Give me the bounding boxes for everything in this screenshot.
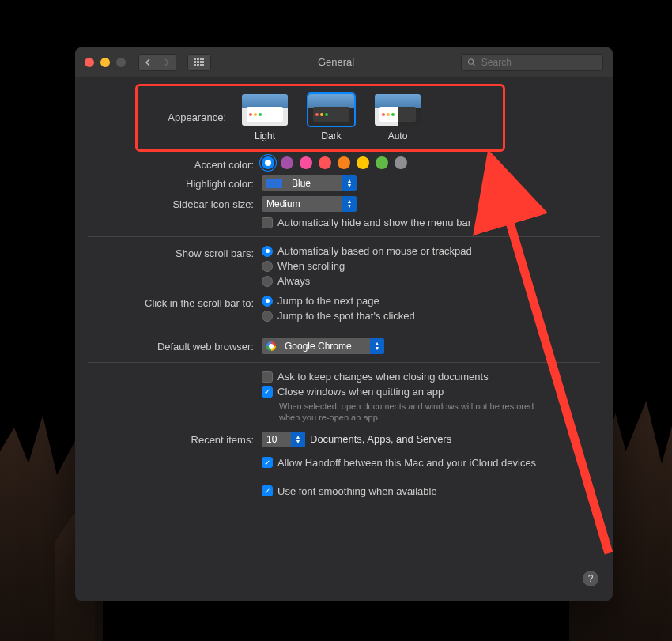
checkbox-icon: ✓ [262, 457, 273, 468]
sidebar-size-dropdown[interactable]: Medium ▲▼ [262, 196, 357, 212]
scrollbars-label: Show scroll bars: [88, 245, 262, 259]
sidebar-size-value: Medium [266, 198, 300, 209]
accent-color-swatch[interactable] [262, 156, 274, 169]
radio-icon [262, 296, 273, 307]
show-all-button[interactable] [187, 54, 211, 71]
scrollbars-option-label: When scrolling [277, 260, 345, 272]
recent-items-value: 10 [266, 434, 277, 445]
appearance-highlight-annotation: Appearance: Light Dark Auto [135, 84, 505, 152]
search-input[interactable] [480, 56, 597, 69]
menubar-autohide-label: Automatically hide and show the menu bar [277, 217, 471, 228]
scrollbars-option-label: Always [277, 275, 310, 287]
appearance-option-light[interactable]: Light [240, 92, 289, 141]
radio-icon [262, 246, 273, 257]
scrollbars-option[interactable]: Automatically based on mouse or trackpad [262, 245, 600, 257]
scrollclick-option[interactable]: Jump to the next page [262, 295, 600, 307]
content-pane: Appearance: Light Dark Auto Accent color… [75, 77, 613, 601]
accent-color-swatch[interactable] [319, 156, 331, 169]
traffic-lights [85, 58, 126, 67]
checkbox-icon: ✓ [262, 386, 273, 398]
checkbox-icon: ✓ [262, 485, 273, 496]
checkbox-icon [262, 371, 273, 383]
handoff-label: Allow Handoff between this Mac and your … [277, 457, 536, 469]
accent-color-swatch[interactable] [357, 156, 369, 169]
appearance-label: Appearance: [147, 111, 226, 123]
ask-keep-changes-label: Ask to keep changes when closing documen… [277, 371, 489, 383]
handoff-checkbox[interactable]: ✓ Allow Handoff between this Mac and you… [262, 457, 600, 469]
search-icon [467, 58, 476, 67]
accent-color-swatches [262, 156, 600, 169]
back-button[interactable] [138, 54, 157, 71]
chrome-icon [266, 341, 276, 351]
radio-icon [262, 276, 273, 287]
highlight-color-label: Highlight color: [88, 175, 262, 190]
appearance-options: Light Dark Auto [240, 92, 422, 141]
radio-icon [262, 261, 273, 272]
chevron-updown-icon: ▲▼ [342, 196, 357, 212]
appearance-option-dark[interactable]: Dark [307, 92, 356, 141]
grid-icon [194, 58, 204, 66]
accent-color-swatch[interactable] [395, 156, 407, 169]
scrollbars-option[interactable]: When scrolling [262, 260, 600, 272]
search-field[interactable] [461, 54, 603, 71]
close-windows-checkbox[interactable]: ✓ Close windows when quitting an app [262, 386, 600, 398]
scrollclick-option-label: Jump to the spot that's clicked [277, 310, 415, 322]
sidebar-size-label: Sidebar icon size: [88, 196, 262, 210]
ask-keep-changes-checkbox[interactable]: Ask to keep changes when closing documen… [262, 371, 600, 383]
minimize-window-button[interactable] [100, 58, 110, 67]
accent-color-swatch[interactable] [338, 156, 350, 169]
recent-items-suffix: Documents, Apps, and Servers [310, 433, 451, 445]
appearance-option-auto[interactable]: Auto [373, 92, 422, 141]
appearance-option-label: Dark [321, 130, 341, 141]
chevron-updown-icon: ▲▼ [370, 338, 384, 354]
accent-color-swatch[interactable] [376, 156, 388, 169]
appearance-option-label: Auto [388, 130, 408, 141]
scrollclick-label: Click in the scroll bar to: [88, 295, 262, 309]
titlebar: General [75, 47, 613, 77]
default-browser-dropdown[interactable]: Google Chrome ▲▼ [262, 338, 384, 354]
highlight-color-value: Blue [292, 178, 311, 189]
forward-button[interactable] [157, 54, 176, 71]
menubar-autohide-checkbox[interactable]: Automatically hide and show the menu bar [262, 217, 600, 228]
checkbox-icon [262, 217, 273, 228]
window-title: General [217, 56, 455, 68]
recent-items-dropdown[interactable]: 10 ▲▼ [262, 432, 305, 447]
chevron-updown-icon: ▲▼ [291, 432, 305, 447]
accent-color-label: Accent color: [88, 156, 262, 171]
appearance-option-label: Light [255, 130, 275, 141]
help-button[interactable]: ? [583, 571, 598, 586]
scrollbars-option-label: Automatically based on mouse or trackpad [277, 245, 472, 257]
recent-items-label: Recent items: [88, 432, 262, 446]
accent-color-swatch[interactable] [300, 156, 312, 169]
color-swatch-icon [266, 179, 282, 188]
chevron-updown-icon: ▲▼ [342, 175, 357, 191]
preferences-window: General Appearance: Light Dark Auto [75, 47, 613, 601]
scrollbars-option[interactable]: Always [262, 275, 600, 287]
font-smoothing-label: Use font smoothing when available [277, 485, 437, 497]
close-windows-note: When selected, open documents and window… [279, 401, 548, 424]
svg-point-0 [468, 58, 473, 63]
radio-icon [262, 311, 273, 322]
accent-color-swatch[interactable] [281, 156, 293, 169]
highlight-color-dropdown[interactable]: Blue ▲▼ [262, 175, 357, 191]
svg-line-1 [473, 63, 475, 66]
scrollclick-option-label: Jump to the next page [277, 295, 379, 307]
default-browser-value: Google Chrome [285, 341, 352, 352]
zoom-window-button[interactable] [116, 58, 126, 67]
close-window-button[interactable] [85, 58, 94, 67]
default-browser-label: Default web browser: [88, 338, 262, 353]
close-windows-label: Close windows when quitting an app [277, 386, 444, 398]
scrollclick-option[interactable]: Jump to the spot that's clicked [262, 310, 600, 322]
font-smoothing-checkbox[interactable]: ✓ Use font smoothing when available [262, 485, 600, 497]
